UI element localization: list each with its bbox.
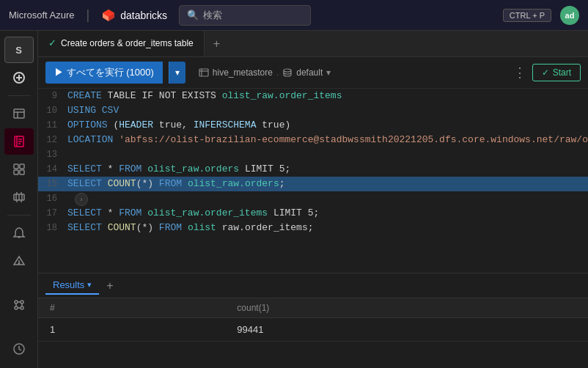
- code-token: OPTIONS: [67, 119, 108, 130]
- sidebar-item-history[interactable]: [4, 336, 34, 362]
- collapse-sidebar-button[interactable]: ›: [75, 193, 88, 206]
- code-line-15[interactable]: 15SELECT COUNT(*) FROM olist_raw.orders;: [38, 177, 588, 191]
- code-token: [102, 178, 108, 189]
- sidebar-item-workspace[interactable]: [4, 100, 34, 127]
- databricks-icon: [101, 8, 116, 23]
- svg-point-32: [15, 301, 18, 303]
- sidebar-bottom: [4, 336, 34, 362]
- bell-icon: [12, 227, 26, 240]
- code-line-17[interactable]: 17SELECT * FROM olist_raw.order_items LI…: [38, 206, 588, 221]
- line-number: 15: [38, 177, 65, 191]
- line-content: SELECT COUNT(*) FROM olist raw.order_ite…: [65, 221, 588, 235]
- results-table-head: #count(1): [38, 298, 588, 318]
- code-token: COUNT: [108, 178, 136, 189]
- code-token: (*): [136, 222, 159, 233]
- toolbar-menu-button[interactable]: ⋮: [513, 65, 526, 81]
- tab-bar: ✓ Create orders & order_items table +: [38, 31, 588, 57]
- code-editor[interactable]: 9CREATE TABLE IF NOT EXISTS olist_raw.or…: [38, 89, 588, 273]
- sidebar-item-notifications[interactable]: [4, 220, 34, 246]
- line-number: 13: [38, 147, 65, 162]
- run-all-button[interactable]: ▶ すべてを実行 (1000): [45, 62, 163, 84]
- svg-rect-41: [199, 69, 208, 76]
- sidebar-item-compute[interactable]: [4, 184, 34, 210]
- line-content: [65, 147, 588, 162]
- results-table: #count(1) 199441: [38, 298, 588, 342]
- code-token: *: [102, 163, 119, 174]
- code-token: INFERSCHEMA: [194, 119, 257, 130]
- line-content: LOCATION 'abfss://olist-brazilian-ecomme…: [65, 133, 588, 147]
- code-line-9[interactable]: 9CREATE TABLE IF NOT EXISTS olist_raw.or…: [38, 89, 588, 103]
- start-button[interactable]: ✓ Start: [532, 64, 581, 81]
- editor-results-container: 9CREATE TABLE IF NOT EXISTS olist_raw.or…: [38, 89, 588, 368]
- code-line-14[interactable]: 14SELECT * FROM olist_raw.orders LIMIT 5…: [38, 162, 588, 177]
- data-icon: [12, 163, 26, 176]
- search-box[interactable]: 🔍 検索: [179, 5, 311, 26]
- sidebar-item-create[interactable]: [4, 65, 34, 91]
- code-token: CREATE: [67, 90, 102, 101]
- code-token: SELECT: [67, 222, 102, 233]
- line-content: [65, 191, 588, 206]
- brand-azure: Microsoft Azure: [9, 10, 75, 21]
- code-token: [102, 222, 108, 233]
- code-line-11[interactable]: 11OPTIONS (HEADER true, INFERSCHEMA true…: [38, 118, 588, 133]
- workspace-icon: [12, 107, 26, 120]
- hive-metastore-label: hive_metastore: [213, 67, 273, 78]
- code-token: FROM: [119, 207, 142, 218]
- sidebar-item-data[interactable]: [4, 156, 34, 183]
- results-dropdown-icon[interactable]: ▾: [87, 280, 92, 290]
- results-header-row: #count(1): [38, 298, 588, 318]
- user-avatar[interactable]: ad: [560, 6, 579, 25]
- schema-icon: [282, 67, 293, 78]
- code-line-12[interactable]: 12LOCATION 'abfss://olist-brazilian-ecom…: [38, 133, 588, 147]
- code-token: COUNT: [108, 222, 136, 233]
- code-token: (*): [136, 178, 159, 189]
- run-dropdown-button[interactable]: ▾: [169, 62, 185, 84]
- tab-notebook[interactable]: ✓ Create orders & order_items table: [38, 31, 205, 56]
- databricks-logo: databricks: [101, 8, 167, 23]
- code-line-18[interactable]: 18SELECT COUNT(*) FROM olist raw.order_i…: [38, 221, 588, 235]
- results-tab-label: Results: [53, 279, 84, 290]
- db-dropdown-arrow[interactable]: ▾: [326, 67, 331, 78]
- compute-icon: [12, 191, 26, 204]
- line-number: 10: [38, 103, 65, 118]
- line-content: USING CSV: [65, 103, 588, 118]
- results-table-container: #count(1) 199441: [38, 298, 588, 342]
- sidebar-item-home[interactable]: S: [4, 37, 34, 63]
- code-line-13[interactable]: 13: [38, 147, 588, 162]
- code-token: olist_raw.orders: [147, 163, 239, 174]
- triangle-icon: [12, 254, 26, 268]
- svg-point-44: [284, 69, 291, 72]
- code-token: *: [102, 207, 119, 218]
- code-line-10[interactable]: 10USING CSV: [38, 103, 588, 118]
- svg-point-35: [21, 306, 23, 309]
- code-token: HEADER: [119, 119, 153, 130]
- content-area: › ✓ Create orders & order_items table + …: [38, 31, 588, 368]
- results-add-button[interactable]: +: [102, 279, 117, 292]
- plus-icon: [12, 71, 26, 84]
- line-number: 9: [38, 89, 65, 103]
- database-selector[interactable]: hive_metastore . default ▾: [199, 67, 331, 78]
- svg-point-33: [21, 301, 23, 303]
- main-layout: S: [0, 31, 588, 368]
- line-content: SELECT * FROM olist_raw.orders LIMIT 5;: [65, 162, 588, 177]
- tab-add-button[interactable]: +: [205, 37, 229, 51]
- results-column-header: count(1): [225, 298, 588, 318]
- sidebar-item-alerts[interactable]: [4, 248, 34, 274]
- svg-rect-17: [14, 170, 18, 174]
- start-check-icon: ✓: [542, 67, 549, 78]
- results-tab[interactable]: Results ▾: [45, 276, 99, 295]
- code-line-16[interactable]: 16: [38, 191, 588, 206]
- code-token: FROM: [119, 163, 142, 174]
- nodes-icon: [12, 298, 26, 312]
- brand-databricks: databricks: [120, 10, 167, 21]
- line-number: 12: [38, 133, 65, 147]
- code-token: raw.order_items;: [216, 222, 314, 233]
- results-tab-bar: Results ▾ +: [38, 273, 588, 298]
- code-token: true): [256, 119, 290, 130]
- svg-rect-15: [14, 164, 18, 169]
- line-content: SELECT * FROM olist_raw.order_items LIMI…: [65, 206, 588, 221]
- table-row: 199441: [38, 318, 588, 342]
- code-token: [182, 178, 188, 189]
- sidebar-item-notebook[interactable]: [4, 128, 34, 155]
- sidebar-item-more[interactable]: [4, 292, 34, 318]
